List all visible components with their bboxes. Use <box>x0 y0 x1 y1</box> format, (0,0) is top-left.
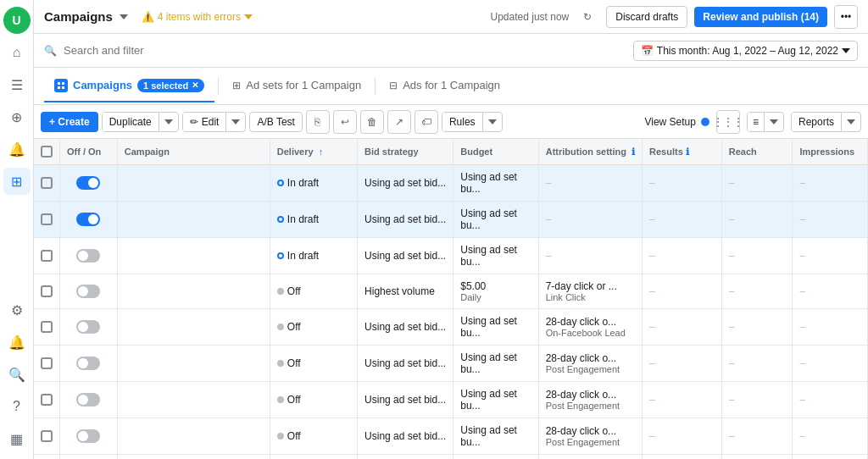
th-impressions[interactable]: Impressions <box>793 139 868 165</box>
sidebar-icon-bell2[interactable]: 🔔 <box>3 329 31 356</box>
ab-test-button[interactable]: A/B Test <box>249 112 302 132</box>
layout-dropdown[interactable] <box>765 114 783 130</box>
row-attribution: 28-day click o...Post Engagement <box>538 346 642 382</box>
row-checkbox[interactable] <box>41 177 53 189</box>
row-bid: Using ad set bid... <box>358 309 453 346</box>
row-budget: Using ad set bu... <box>453 382 538 418</box>
topbar-error[interactable]: ⚠️ 4 items with errors <box>142 11 253 23</box>
reach-value: – <box>729 321 735 333</box>
th-bid[interactable]: Bid strategy <box>358 139 453 165</box>
row-toggle[interactable] <box>76 357 100 370</box>
svg-rect-3 <box>62 86 64 89</box>
th-reach[interactable]: Reach <box>721 139 793 165</box>
tab-ads[interactable]: ⊟ Ads for 1 Campaign <box>379 70 510 102</box>
th-attribution[interactable]: Attribution setting ℹ <box>538 139 642 165</box>
ads-tab-label: Ads for 1 Campaign <box>403 79 500 91</box>
sidebar-icon-menu[interactable]: ☰ <box>3 71 31 98</box>
impressions-value: – <box>799 321 805 333</box>
reach-value: – <box>729 250 735 262</box>
row-impressions: – <box>793 165 868 202</box>
create-button[interactable]: + Create <box>41 112 98 132</box>
sidebar-icon-search2[interactable]: 🔍 <box>3 361 31 388</box>
attribution-info-icon[interactable]: ℹ <box>632 147 635 157</box>
results-info-icon[interactable]: ℹ <box>686 147 689 157</box>
th-campaign[interactable]: Campaign <box>117 139 270 165</box>
topbar-title-dropdown[interactable] <box>120 13 128 21</box>
copy-button[interactable]: ⎘ <box>306 110 330 134</box>
search-input[interactable] <box>64 44 233 57</box>
campaigns-table: Off / On Campaign Delivery ↑ Bid strateg… <box>34 139 868 459</box>
sidebar-icon-settings[interactable]: ⚙ <box>3 296 31 324</box>
th-delivery[interactable]: Delivery ↑ <box>270 139 357 165</box>
row-checkbox-cell <box>34 274 60 309</box>
sidebar-icon-pages[interactable]: ▦ <box>3 425 31 452</box>
avatar[interactable]: U <box>3 7 31 34</box>
row-checkbox[interactable] <box>41 357 53 369</box>
view-setup[interactable]: View Setup <box>644 116 709 128</box>
tag-button[interactable]: 🏷 <box>415 110 438 134</box>
row-reach: – <box>721 238 793 274</box>
discard-drafts-button[interactable]: Discard drafts <box>606 6 687 28</box>
select-all-checkbox[interactable] <box>41 146 53 158</box>
row-checkbox[interactable] <box>41 394 53 406</box>
selected-badge[interactable]: 1 selected ✕ <box>137 79 204 92</box>
sidebar-icon-search[interactable]: ⊕ <box>3 103 31 130</box>
reports-button[interactable]: Reports <box>792 113 842 131</box>
delete-button[interactable]: 🗑 <box>360 110 384 134</box>
rules-button[interactable]: Rules <box>442 113 483 131</box>
row-toggle[interactable] <box>76 176 100 190</box>
row-bid: Using ad set bid... <box>358 238 453 274</box>
rules-dropdown[interactable] <box>483 114 502 130</box>
export-button[interactable]: ↗ <box>387 110 411 134</box>
row-toggle[interactable] <box>76 429 100 443</box>
row-toggle[interactable] <box>76 393 100 406</box>
row-checkbox[interactable] <box>41 250 53 262</box>
delivery-dot <box>277 396 284 403</box>
sidebar-icon-help[interactable]: ? <box>3 393 31 420</box>
row-toggle[interactable] <box>76 213 100 226</box>
date-range-picker[interactable]: 📅 This month: Aug 1, 2022 – Aug 12, 2022 <box>633 41 858 61</box>
table-row: In draftUsing ad set bid...Using ad set … <box>34 165 868 202</box>
impressions-value: – <box>799 285 805 297</box>
row-checkbox[interactable] <box>41 321 53 333</box>
refresh-button[interactable]: ↻ <box>576 5 599 29</box>
th-budget[interactable]: Budget <box>453 139 538 165</box>
search-icon: 🔍 <box>44 45 57 57</box>
undo-button[interactable]: ↩ <box>333 110 357 134</box>
row-toggle[interactable] <box>76 249 100 263</box>
row-checkbox[interactable] <box>41 213 53 225</box>
sidebar-icon-home[interactable]: ⌂ <box>3 39 31 66</box>
tab-adsets[interactable]: ⊞ Ad sets for 1 Campaign <box>222 70 371 102</box>
row-campaign-name <box>117 202 270 238</box>
row-bid: Using ad set bid... <box>358 202 453 238</box>
row-toggle[interactable] <box>76 285 100 298</box>
th-offon[interactable]: Off / On <box>60 139 118 165</box>
edit-button[interactable]: ✏ Edit <box>183 113 227 131</box>
duplicate-button[interactable]: Duplicate <box>103 113 159 131</box>
columns-button[interactable]: ⋮⋮⋮ <box>716 110 740 134</box>
sidebar-icon-bell[interactable]: 🔔 <box>3 135 31 163</box>
warning-icon: ⚠️ <box>142 11 154 23</box>
reports-dropdown[interactable] <box>842 114 860 130</box>
row-toggle-cell <box>60 309 118 346</box>
delivery-text: In draft <box>287 250 319 262</box>
sidebar-icon-grid[interactable]: ⊞ <box>3 168 31 195</box>
tab-campaigns[interactable]: Campaigns 1 selected ✕ <box>44 70 214 102</box>
layout-button[interactable]: ≡ <box>748 113 765 131</box>
edit-dropdown[interactable] <box>226 114 245 130</box>
row-toggle-cell <box>60 202 118 238</box>
selected-badge-close[interactable]: ✕ <box>192 80 198 90</box>
row-checkbox[interactable] <box>41 285 53 297</box>
row-checkbox[interactable] <box>41 430 53 442</box>
row-results: – <box>643 165 722 202</box>
delivery-dot <box>277 433 284 440</box>
row-toggle[interactable] <box>76 320 100 334</box>
delivery-text: Off <box>287 430 301 442</box>
svg-rect-2 <box>58 86 60 89</box>
th-results[interactable]: Results ℹ <box>643 139 722 165</box>
row-attribution: – <box>538 165 642 202</box>
review-publish-button[interactable]: Review and publish (14) <box>694 7 827 27</box>
attribution-sub: On-Facebook Lead <box>546 328 635 338</box>
topbar-more-button[interactable]: ••• <box>834 5 858 29</box>
duplicate-dropdown[interactable] <box>159 114 178 130</box>
